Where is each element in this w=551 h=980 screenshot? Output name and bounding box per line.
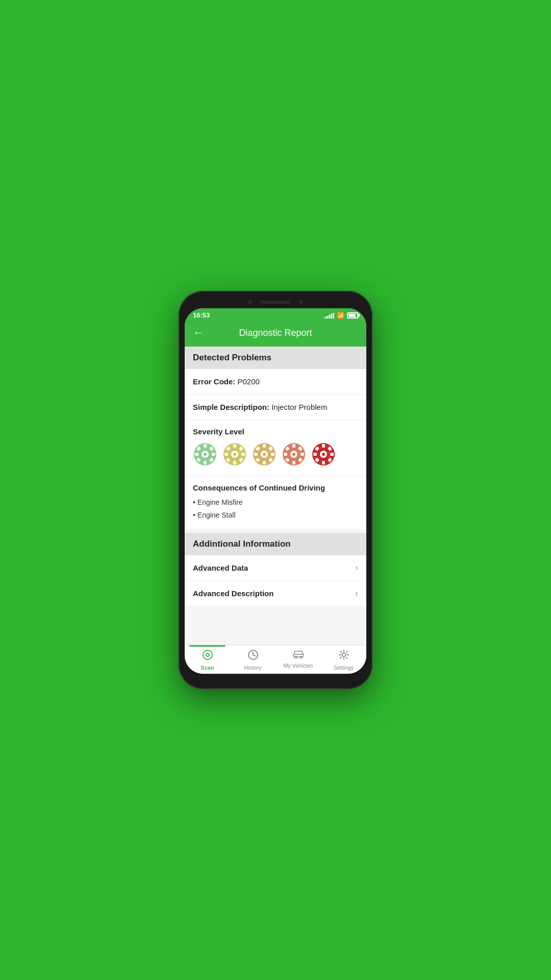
svg-rect-37 <box>292 461 295 464</box>
svg-point-60 <box>295 656 297 658</box>
consequences-title: Consequences of Continued Driving <box>193 483 358 492</box>
svg-rect-50 <box>330 453 334 456</box>
advanced-description-chevron: › <box>355 588 358 599</box>
severity-gear-4 <box>282 442 306 467</box>
severity-label: Severity Level <box>193 427 358 436</box>
svg-rect-38 <box>284 453 287 456</box>
severity-gear-3 <box>252 442 277 467</box>
scan-icon <box>202 649 213 663</box>
page-title: Diagnostic Report <box>209 328 342 338</box>
svg-rect-5 <box>195 453 198 456</box>
simple-desc-label: Simple Descriptipon: <box>193 403 269 411</box>
phone-notch <box>185 297 366 308</box>
history-icon <box>247 649 259 663</box>
nav-settings[interactable]: Settings <box>321 645 366 674</box>
svg-rect-3 <box>204 444 207 448</box>
error-code-value: P0200 <box>238 377 260 386</box>
my-vehicles-icon <box>292 649 305 661</box>
error-code-text: Error Code: P0200 <box>193 377 260 386</box>
consequences-row: Consequences of Continued Driving • Engi… <box>185 476 366 529</box>
camera-dot <box>248 300 252 304</box>
problems-card: Error Code: P0200 Simple Descriptipon: I… <box>185 369 366 529</box>
svg-rect-49 <box>313 453 317 456</box>
simple-desc-row: Simple Descriptipon: Injector Problem <box>185 395 366 420</box>
scan-label: Scan <box>201 665 214 671</box>
advanced-data-row[interactable]: Advanced Data › <box>185 555 366 581</box>
back-button[interactable]: ← <box>193 326 204 339</box>
error-code-label: Error Code: <box>193 377 235 386</box>
phone-screen: 16:53 📶 ← Diagnostic Report <box>185 308 366 674</box>
additional-info-title: Addintional Information <box>193 539 291 549</box>
svg-rect-25 <box>263 444 266 448</box>
advanced-data-chevron: › <box>355 562 358 573</box>
speaker <box>260 301 291 304</box>
simple-desc-value: Injector Problem <box>271 403 327 411</box>
additional-info-card: Advanced Data › Advanced Description › <box>185 555 366 606</box>
svg-point-35 <box>292 453 295 456</box>
svg-rect-36 <box>292 444 295 448</box>
error-code-row: Error Code: P0200 <box>185 369 366 395</box>
status-time: 16:53 <box>193 311 210 319</box>
advanced-description-label: Advanced Description <box>193 589 273 598</box>
severity-gear-1 <box>193 442 217 467</box>
detected-problems-title: Detected Problems <box>193 353 271 362</box>
svg-rect-17 <box>241 453 245 456</box>
svg-point-2 <box>204 453 207 456</box>
severity-icons <box>193 442 358 467</box>
severity-gear-2 <box>222 442 247 467</box>
status-icons: 📶 <box>324 312 358 319</box>
svg-rect-26 <box>263 461 266 464</box>
svg-point-62 <box>342 653 345 657</box>
my-vehicles-label: My Vehicles <box>283 663 313 669</box>
wifi-icon: 📶 <box>337 312 344 319</box>
svg-rect-14 <box>233 444 236 448</box>
svg-rect-39 <box>300 453 304 456</box>
severity-row: Severity Level <box>185 420 366 476</box>
consequence-1: • Engine Misfire <box>193 496 358 509</box>
advanced-data-label: Advanced Data <box>193 564 248 572</box>
phone-frame: 16:53 📶 ← Diagnostic Report <box>179 291 372 689</box>
svg-point-57 <box>207 654 209 656</box>
settings-icon <box>338 649 349 663</box>
svg-rect-16 <box>224 453 228 456</box>
simple-desc-text: Simple Descriptipon: Injector Problem <box>193 403 327 411</box>
svg-point-24 <box>263 453 266 456</box>
consequence-2: • Engine Stall <box>193 509 358 522</box>
content-area: Detected Problems Error Code: P0200 Simp… <box>185 347 366 645</box>
app-header: ← Diagnostic Report <box>185 321 366 347</box>
svg-rect-4 <box>204 461 207 464</box>
settings-label: Settings <box>334 665 354 671</box>
advanced-description-row[interactable]: Advanced Description › <box>185 581 366 606</box>
nav-history[interactable]: History <box>230 645 276 674</box>
nav-my-vehicles[interactable]: My Vehicles <box>276 645 321 674</box>
svg-point-13 <box>233 453 236 456</box>
svg-point-46 <box>322 453 325 456</box>
svg-point-61 <box>300 656 302 658</box>
svg-rect-6 <box>212 453 215 456</box>
bottom-nav: Scan History <box>185 645 366 674</box>
signal-icon <box>324 312 334 318</box>
svg-rect-48 <box>322 461 325 464</box>
svg-rect-47 <box>322 444 325 448</box>
camera-dot-2 <box>299 300 303 304</box>
battery-icon <box>347 312 358 318</box>
status-bar: 16:53 📶 <box>185 308 366 321</box>
svg-rect-15 <box>233 461 236 464</box>
additional-info-header: Addintional Information <box>185 533 366 555</box>
svg-rect-28 <box>271 453 274 456</box>
severity-gear-5 <box>311 442 336 467</box>
nav-scan[interactable]: Scan <box>185 645 230 674</box>
detected-problems-header: Detected Problems <box>185 347 366 369</box>
svg-rect-27 <box>254 453 258 456</box>
history-label: History <box>244 665 261 671</box>
